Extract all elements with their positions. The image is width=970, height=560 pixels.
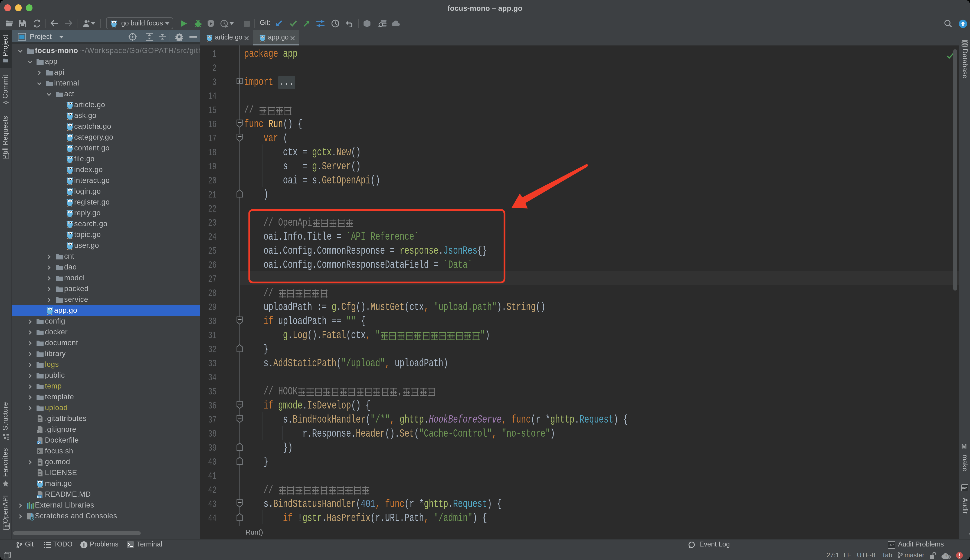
svg-text:/API: /API <box>3 525 9 528</box>
svg-text:?: ? <box>945 553 948 558</box>
svg-text:/API: /API <box>889 543 895 547</box>
svg-text:/API: /API <box>962 487 968 489</box>
